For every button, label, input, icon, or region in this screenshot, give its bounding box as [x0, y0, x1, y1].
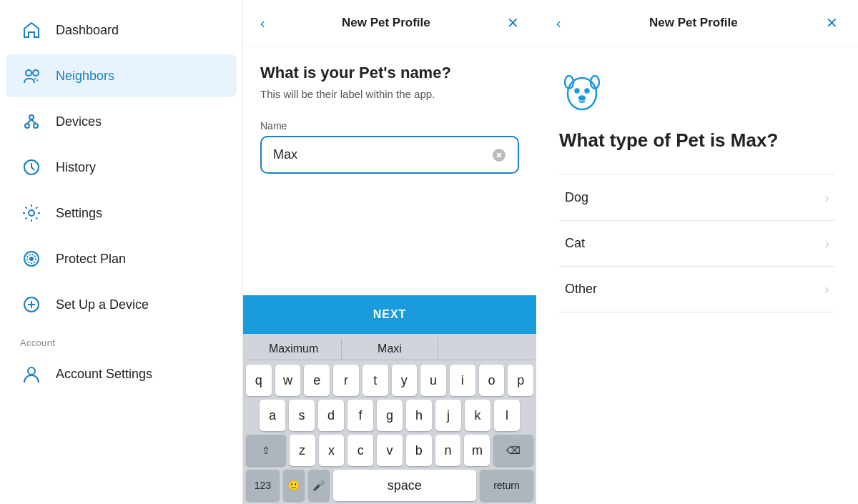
key-emoji[interactable]: 🙂 — [283, 470, 305, 501]
pet-option-other-label: Other — [565, 282, 597, 297]
sidebar-item-account-settings[interactable]: Account Settings — [6, 352, 237, 395]
right-modal-title: New Pet Profile — [564, 16, 823, 30]
svg-point-11 — [30, 257, 33, 260]
svg-point-19 — [568, 78, 596, 109]
key-123[interactable]: 123 — [246, 470, 280, 501]
modal-back-button[interactable]: ‹ — [257, 12, 268, 34]
user-icon — [20, 362, 43, 385]
key-return[interactable]: return — [480, 470, 533, 501]
suggestion-maximum[interactable]: Maximum — [246, 338, 342, 360]
right-question: What type of Pet is Max? — [559, 129, 835, 152]
svg-point-0 — [26, 70, 31, 76]
add-icon — [20, 293, 43, 316]
dog-face-icon — [559, 69, 605, 115]
key-mic[interactable]: 🎤 — [308, 470, 330, 501]
modal-body: What is your Pet's name? This will be th… — [243, 46, 536, 295]
key-u[interactable]: u — [420, 365, 446, 396]
right-back-button[interactable]: ‹ — [553, 12, 564, 34]
key-g[interactable]: g — [377, 400, 403, 431]
key-shift[interactable]: ⇧ — [246, 435, 286, 466]
svg-point-4 — [29, 115, 34, 119]
pet-option-dog-label: Dog — [565, 190, 588, 205]
sidebar-item-label: Set Up a Device — [56, 297, 149, 312]
keyboard-row-1: q w e r t y u i o p — [246, 365, 533, 396]
key-i[interactable]: i — [450, 365, 475, 396]
sidebar-item-setup-device[interactable]: Set Up a Device — [6, 283, 237, 326]
chevron-right-icon-dog: › — [824, 189, 829, 206]
middle-panel: ‹ New Pet Profile ✕ What is your Pet's n… — [243, 0, 536, 504]
key-z[interactable]: z — [290, 435, 315, 466]
home-icon — [20, 19, 43, 41]
svg-point-24 — [579, 97, 585, 100]
modal-close-button[interactable]: ✕ — [504, 11, 522, 34]
sidebar-item-label: History — [56, 160, 96, 175]
sidebar-item-dashboard[interactable]: Dashboard — [6, 9, 237, 51]
modal-question: What is your Pet's name? — [260, 64, 519, 82]
modal-subtitle: This will be their label within the app. — [260, 88, 519, 100]
key-b[interactable]: b — [406, 435, 432, 466]
settings-icon — [20, 202, 43, 224]
key-c[interactable]: c — [347, 435, 373, 466]
pet-icon-wrap — [559, 69, 835, 115]
sidebar-item-label: Settings — [56, 206, 102, 221]
sidebar-item-settings[interactable]: Settings — [6, 192, 237, 234]
modal-title: New Pet Profile — [268, 16, 504, 30]
svg-point-22 — [576, 89, 579, 93]
key-y[interactable]: y — [392, 365, 418, 396]
key-t[interactable]: t — [363, 365, 388, 396]
key-v[interactable]: v — [377, 435, 403, 466]
key-r[interactable]: r — [333, 365, 359, 396]
svg-point-23 — [586, 89, 589, 93]
key-k[interactable]: k — [465, 400, 490, 431]
suggestion-empty[interactable] — [438, 338, 533, 360]
pet-option-dog[interactable]: Dog › — [559, 175, 835, 221]
sidebar-item-label: Devices — [56, 114, 102, 129]
key-backspace[interactable]: ⌫ — [493, 435, 533, 466]
account-section-label: Account — [0, 327, 242, 351]
sidebar-item-protect-plan[interactable]: Protect Plan — [6, 237, 237, 280]
sidebar-item-label: Account Settings — [56, 367, 152, 382]
protect-icon — [20, 247, 43, 270]
name-input-label: Name — [260, 120, 519, 132]
right-panel: ‹ New Pet Profile ✕ What type of Pet is … — [536, 0, 858, 504]
key-d[interactable]: d — [318, 400, 344, 431]
key-s[interactable]: s — [289, 400, 315, 431]
right-modal-header: ‹ New Pet Profile ✕ — [536, 0, 858, 46]
keyboard-row-4: 123 🙂 🎤 space return — [246, 470, 533, 501]
key-o[interactable]: o — [479, 365, 505, 396]
key-w[interactable]: w — [275, 365, 301, 396]
key-f[interactable]: f — [347, 400, 373, 431]
sidebar-item-label: Protect Plan — [56, 252, 126, 267]
key-j[interactable]: j — [435, 400, 461, 431]
sidebar-item-neighbors[interactable]: Neighbors — [6, 54, 237, 97]
key-l[interactable]: l — [494, 400, 520, 431]
right-modal-body: What type of Pet is Max? Dog › Cat › Oth… — [536, 46, 858, 504]
chevron-right-icon-other: › — [824, 281, 829, 297]
key-a[interactable]: a — [260, 400, 285, 431]
suggestion-maxi[interactable]: Maxi — [342, 338, 438, 360]
key-n[interactable]: n — [435, 435, 461, 466]
sidebar-item-history[interactable]: History — [6, 146, 237, 189]
svg-point-8 — [29, 210, 34, 216]
key-h[interactable]: h — [406, 400, 432, 431]
key-q[interactable]: q — [246, 365, 272, 396]
key-e[interactable]: e — [304, 365, 330, 396]
svg-point-15 — [28, 367, 35, 375]
name-input[interactable] — [273, 147, 486, 162]
modal-header: ‹ New Pet Profile ✕ — [243, 0, 536, 46]
keyboard-row-2: a s d f g h j k l — [246, 400, 533, 431]
key-p[interactable]: p — [508, 365, 533, 396]
key-m[interactable]: m — [464, 435, 490, 466]
pet-option-other[interactable]: Other › — [559, 267, 835, 312]
sidebar-item-label: Neighbors — [56, 69, 114, 84]
svg-point-2 — [25, 124, 29, 128]
clear-input-button[interactable] — [492, 148, 506, 162]
history-icon — [20, 156, 43, 179]
right-close-button[interactable]: ✕ — [823, 11, 841, 34]
name-input-wrap — [260, 136, 519, 174]
sidebar-item-devices[interactable]: Devices — [6, 100, 237, 143]
pet-option-cat[interactable]: Cat › — [559, 221, 835, 267]
key-x[interactable]: x — [319, 435, 345, 466]
next-button[interactable]: NEXT — [243, 295, 536, 334]
key-space[interactable]: space — [333, 470, 476, 501]
